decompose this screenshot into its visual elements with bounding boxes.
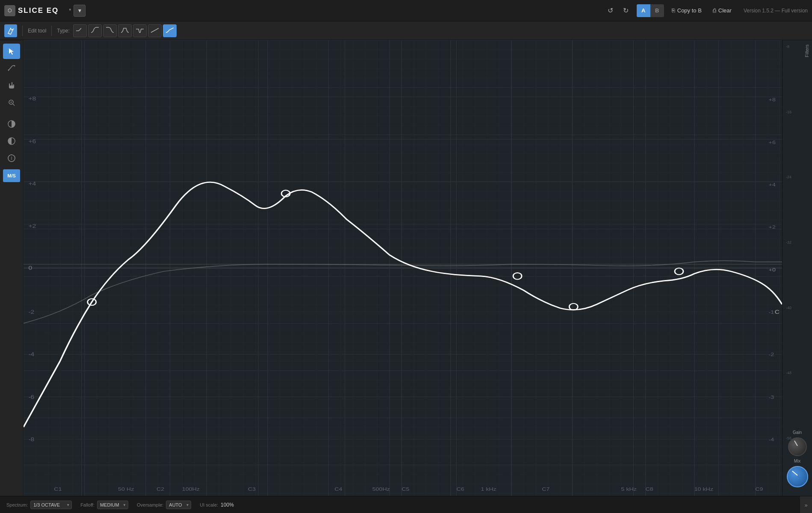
svg-text:C4: C4 bbox=[334, 486, 342, 492]
gain-knob[interactable] bbox=[788, 437, 807, 456]
oversample-select-wrapper: AUTO OFF 2x 4x bbox=[166, 501, 191, 509]
falloff-group: Falloff: MEDIUM FAST SLOW bbox=[80, 501, 128, 509]
svg-text:+4: +4 bbox=[769, 182, 776, 188]
svg-text:C2: C2 bbox=[156, 486, 164, 492]
pan-tool[interactable] bbox=[3, 78, 20, 93]
zoom-tool[interactable] bbox=[3, 95, 20, 110]
svg-text:C: C bbox=[775, 309, 780, 315]
channel-left-button[interactable] bbox=[3, 116, 20, 132]
filter-highpass-button[interactable] bbox=[163, 24, 177, 37]
channel-right-button[interactable] bbox=[3, 133, 20, 149]
logo-icon: ⬡ bbox=[4, 5, 15, 16]
select-tool[interactable] bbox=[3, 44, 20, 59]
svg-text:-8: -8 bbox=[28, 436, 34, 442]
clear-button[interactable]: ⎙ Clear bbox=[709, 6, 735, 15]
db-right-24: -24 bbox=[786, 175, 791, 179]
preset-indicator: * bbox=[69, 7, 71, 14]
svg-text:+6: +6 bbox=[769, 139, 776, 145]
title-bar: ⬡ SLICE EQ * ▼ ↺ ↻ A B ⎘ Copy to B ⎙ Cle… bbox=[0, 0, 812, 21]
svg-text:+6: +6 bbox=[28, 138, 36, 144]
mix-label: Mix bbox=[794, 459, 801, 463]
svg-text:500Hz: 500Hz bbox=[372, 486, 390, 492]
svg-text:C7: C7 bbox=[542, 486, 549, 492]
channel-mid-button[interactable] bbox=[3, 150, 20, 166]
copy-clear-group: ⎘ Copy to B ⎙ Clear bbox=[668, 6, 735, 15]
filter-tilt-button[interactable] bbox=[148, 24, 162, 37]
svg-text:5 kHz: 5 kHz bbox=[621, 486, 637, 492]
filter-bell-button[interactable] bbox=[118, 24, 132, 37]
svg-text:-6: -6 bbox=[28, 394, 34, 400]
spectrum-select[interactable]: 1/3 OCTAVE 1/6 OCTAVE 1/12 OCTAVE OFF bbox=[30, 501, 72, 509]
edit-tool-button[interactable] bbox=[4, 24, 17, 37]
draw-tool[interactable] bbox=[3, 61, 20, 76]
svg-point-1 bbox=[14, 65, 15, 67]
filter-lowshelf-button[interactable] bbox=[88, 24, 102, 37]
version-text: Version 1.5.2 — Full version bbox=[744, 8, 808, 14]
toolbar-separator-2 bbox=[51, 26, 52, 36]
undo-redo-group: ↺ ↻ bbox=[604, 4, 632, 17]
oversample-group: Oversample: AUTO OFF 2x 4x bbox=[137, 501, 191, 509]
falloff-select[interactable]: MEDIUM FAST SLOW bbox=[97, 501, 128, 509]
preset-area: * ▼ bbox=[67, 5, 604, 17]
svg-text:-2: -2 bbox=[28, 309, 34, 315]
svg-point-0 bbox=[8, 70, 9, 71]
eq-area: +8 +6 +4 +2 0 -2 -4 -6 -8 C1 50 Hz 100Hz… bbox=[24, 40, 782, 496]
db-right-48: -48 bbox=[786, 371, 791, 375]
spectrum-label: Spectrum: bbox=[6, 502, 28, 507]
falloff-label: Falloff: bbox=[80, 502, 94, 507]
ab-group: A B bbox=[637, 4, 664, 17]
svg-text:C1: C1 bbox=[54, 486, 62, 492]
clear-icon: ⎙ bbox=[713, 7, 716, 14]
filter-highshelf-button[interactable] bbox=[103, 24, 117, 37]
filter-type-group bbox=[73, 24, 177, 37]
left-sidebar: M/S bbox=[0, 40, 24, 496]
ms-toggle[interactable]: M/S bbox=[3, 169, 20, 182]
knob-area: Gain Mix bbox=[782, 430, 812, 487]
svg-text:50 Hz: 50 Hz bbox=[118, 486, 134, 492]
toolbar-separator-1 bbox=[22, 26, 23, 36]
edit-tool-label: Edit tool bbox=[28, 28, 46, 34]
svg-text:-3: -3 bbox=[769, 394, 774, 400]
svg-text:1 kHz: 1 kHz bbox=[481, 486, 496, 492]
ab-b-button[interactable]: B bbox=[650, 4, 664, 17]
svg-text:-4: -4 bbox=[769, 437, 774, 442]
redo-button[interactable]: ↻ bbox=[620, 4, 632, 17]
main-layout: M/S bbox=[0, 40, 812, 496]
db-right-32: -32 bbox=[786, 240, 791, 245]
svg-text:-1: -1 bbox=[769, 310, 774, 315]
svg-text:100Hz: 100Hz bbox=[182, 486, 200, 492]
mix-knob[interactable] bbox=[787, 466, 808, 487]
svg-line-3 bbox=[13, 104, 15, 106]
svg-text:+2: +2 bbox=[769, 224, 776, 230]
svg-text:+8: +8 bbox=[28, 96, 36, 102]
svg-text:+8: +8 bbox=[769, 97, 776, 103]
svg-text:0: 0 bbox=[28, 265, 32, 271]
oversample-select[interactable]: AUTO OFF 2x 4x bbox=[166, 501, 191, 509]
uiscale-label: UI scale: bbox=[200, 502, 218, 507]
svg-text:C3: C3 bbox=[248, 486, 256, 492]
gain-label: Gain bbox=[793, 430, 802, 435]
uiscale-group: UI scale: 100% bbox=[200, 502, 234, 508]
filter-highcut-button[interactable] bbox=[73, 24, 87, 37]
falloff-select-wrapper: MEDIUM FAST SLOW bbox=[97, 501, 128, 509]
preset-dropdown[interactable]: ▼ bbox=[74, 5, 86, 17]
app-logo: ⬡ SLICE EQ bbox=[4, 5, 59, 16]
svg-text:C6: C6 bbox=[456, 486, 464, 492]
undo-button[interactable]: ↺ bbox=[604, 4, 617, 17]
copy-to-b-button[interactable]: ⎘ Copy to B bbox=[668, 6, 705, 15]
svg-text:10 kHz: 10 kHz bbox=[694, 486, 713, 492]
svg-text:-4: -4 bbox=[28, 351, 34, 357]
db-right-8: -8 bbox=[786, 44, 791, 49]
copy-icon: ⎘ bbox=[672, 7, 675, 14]
app-name: SLICE EQ bbox=[18, 6, 59, 15]
filter-notch-button[interactable] bbox=[133, 24, 147, 37]
spectrum-select-wrapper: 1/3 OCTAVE 1/6 OCTAVE 1/12 OCTAVE OFF bbox=[30, 501, 72, 509]
spectrum-group: Spectrum: 1/3 OCTAVE 1/6 OCTAVE 1/12 OCT… bbox=[6, 501, 72, 509]
right-panel: Filters -8 -16 -24 -32 -40 -48 -56 Gain … bbox=[782, 40, 812, 496]
collapse-button[interactable]: » bbox=[800, 496, 812, 513]
ab-a-button[interactable]: A bbox=[637, 4, 650, 17]
db-right-40: -40 bbox=[786, 306, 791, 310]
oversample-label: Oversample: bbox=[137, 502, 163, 507]
svg-text:+2: +2 bbox=[28, 223, 36, 229]
eq-canvas[interactable]: +8 +6 +4 +2 0 -2 -4 -6 -8 C1 50 Hz 100Hz… bbox=[24, 40, 782, 496]
